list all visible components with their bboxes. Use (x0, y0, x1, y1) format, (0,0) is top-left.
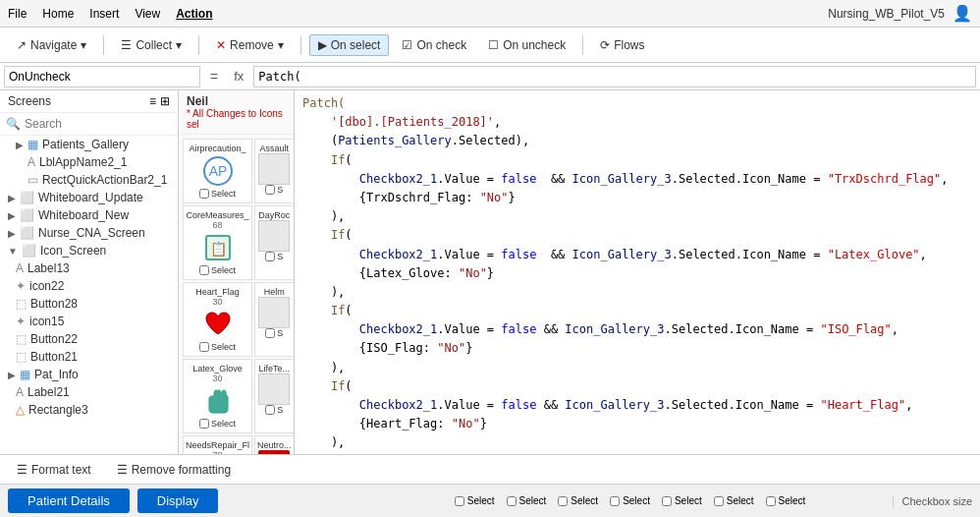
menu-action[interactable]: Action (176, 7, 212, 21)
gallery-item-needsrepair[interactable]: NeedsRepair_Fl 78 Select (183, 435, 252, 454)
footer-checkbox-3: Select (558, 495, 598, 506)
gallery-checkbox-input[interactable] (265, 185, 275, 195)
search-input[interactable] (25, 117, 172, 131)
footer-checkbox-input-1[interactable] (455, 496, 464, 506)
gallery-item-icon: AP (200, 153, 236, 189)
menu-insert[interactable]: Insert (89, 7, 119, 21)
on-select-button[interactable]: ▶ On select (309, 34, 390, 56)
remove-formatting-button[interactable]: ☰ Remove formatting (108, 460, 240, 480)
on-uncheck-button[interactable]: ☐ On uncheck (479, 34, 574, 56)
collect-label: Collect (136, 38, 172, 52)
sidebar-item-icon15[interactable]: ✦ icon15 (0, 313, 178, 330)
on-check-button[interactable]: ☑ On check (393, 34, 475, 56)
gallery-item-coremeasures[interactable]: CoreMeasures_ 68 📋 Select (183, 205, 252, 280)
sidebar-item-whiteboard-new[interactable]: ▶ ⬜ Whiteboard_New (0, 206, 178, 224)
menu-file[interactable]: File (8, 7, 27, 21)
gallery-checkbox-label: S (277, 252, 283, 261)
sidebar-label: Pat_Info (34, 368, 79, 381)
on-check-icon: ☑ (402, 38, 412, 52)
sidebar-item-icon-screen[interactable]: ▼ ⬜ Icon_Screen (0, 242, 178, 259)
sidebar-item-button22[interactable]: ⬚ Button22 (0, 330, 178, 348)
chevron-icon: ▶ (8, 370, 16, 380)
sep4 (582, 35, 583, 55)
sidebar-item-label13[interactable]: A Label13 (0, 259, 178, 277)
gallery-item-count: 30 (213, 297, 223, 307)
gallery-item-heart-flag[interactable]: Heart_Flag 30 Select (183, 282, 252, 357)
menu-home[interactable]: Home (42, 7, 74, 21)
remove-formatting-icon: ☰ (117, 463, 128, 477)
format-text-button[interactable]: ☰ Format text (8, 460, 100, 480)
svg-text:📋: 📋 (209, 241, 227, 258)
display-button[interactable]: Display (137, 488, 219, 513)
on-uncheck-label: On uncheck (503, 38, 566, 52)
sidebar-item-button21[interactable]: ⬚ Button21 (0, 348, 178, 366)
rect-icon: ▭ (27, 173, 38, 187)
icon-icon: ✦ (16, 315, 26, 328)
navigate-button[interactable]: ↗ Navigate ▾ (8, 34, 95, 56)
gallery-checkbox-input[interactable] (265, 252, 275, 261)
gallery-item-count: 68 (213, 220, 223, 230)
gallery-item-name: Assault (260, 144, 290, 153)
patient-details-button[interactable]: Patient Details (8, 488, 130, 513)
rect-icon: △ (16, 403, 25, 417)
gallery-item-lifete[interactable]: LifeTe... S (254, 359, 295, 433)
footer-checkbox-label: Select (571, 495, 598, 506)
gallery-item-dayroc[interactable]: DayRoc S (254, 205, 295, 280)
sidebar-item-pat-info[interactable]: ▶ ▦ Pat_Info (0, 366, 178, 383)
on-select-icon: ▶ (318, 38, 327, 52)
sidebar-item-whiteboard-update[interactable]: ▶ ⬜ Whiteboard_Update (0, 189, 178, 206)
footer-checkbox-label: Select (779, 495, 806, 506)
flows-button[interactable]: ⟳ Flows (591, 34, 653, 56)
gallery-item-airprecaution[interactable]: Airprecaution_ AP Select (183, 139, 252, 203)
gallery-item-latex-glove[interactable]: Latex_Glove 30 Select (183, 359, 252, 433)
app-container: File Home Insert View Action Nursing_WB_… (0, 0, 980, 517)
sidebar-item-patients-gallery[interactable]: ▶ ▦ Patients_Gallery (0, 136, 178, 153)
gallery-checkbox-input[interactable] (199, 265, 209, 275)
gallery-item-assault[interactable]: Assault S (254, 139, 295, 203)
footer-buttons: Patient Details Display (0, 488, 451, 513)
footer-checkbox-input-4[interactable] (610, 496, 620, 506)
sidebar-item-label21[interactable]: A Label21 (0, 383, 178, 401)
grid-view-icon[interactable]: ⊞ (160, 94, 170, 108)
sidebar-item-nurse-cna[interactable]: ▶ ⬜ Nurse_CNA_Screen (0, 224, 178, 242)
sidebar-item-rectquickaction[interactable]: ▭ RectQuickActionBar2_1 (0, 171, 178, 189)
collect-button[interactable]: ☰ Collect ▾ (112, 34, 191, 56)
gallery-checkbox-input[interactable] (265, 328, 275, 338)
footer-checkbox-label: Select (519, 495, 547, 506)
gallery-checkbox-input[interactable] (265, 405, 275, 415)
remove-button[interactable]: ✕ Remove ▾ (207, 34, 293, 56)
sidebar-item-icon22[interactable]: ✦ icon22 (0, 277, 178, 295)
footer-checkbox-input-3[interactable] (558, 496, 568, 506)
sidebar-item-rectangle3[interactable]: △ Rectangle3 (0, 401, 178, 419)
formula-input[interactable] (4, 66, 200, 87)
formula-code-input[interactable] (253, 66, 976, 87)
code-line: {TrxDschrd_Flag: "No"} (302, 189, 972, 207)
gallery-checkbox-input[interactable] (199, 189, 209, 199)
footer-checkbox-4: Select (610, 495, 650, 506)
gallery-icon: ▦ (27, 138, 38, 151)
user-icon[interactable]: 👤 (953, 4, 972, 23)
code-line: {ISO_Flag: "No"} (302, 339, 972, 358)
formula-fx-button[interactable]: fx (228, 69, 249, 84)
sidebar-item-button28[interactable]: ⬚ Button28 (0, 295, 178, 313)
sidebar-label: RectQuickActionBar2_1 (42, 173, 167, 187)
sidebar-item-lblappname[interactable]: A LblAppName2_1 (0, 153, 178, 171)
list-view-icon[interactable]: ≡ (149, 94, 156, 108)
sep2 (198, 35, 199, 55)
gallery-checkbox-heart-flag: Select (199, 342, 236, 352)
footer-checkbox-input-6[interactable] (714, 496, 724, 506)
code-line: Checkbox2_1.Value = false && Icon_Galler… (302, 320, 972, 339)
toolbar: ↗ Navigate ▾ ☰ Collect ▾ ✕ Remove ▾ ▶ On… (0, 28, 980, 63)
menu-view[interactable]: View (135, 7, 160, 21)
gallery-checkbox-input[interactable] (199, 342, 209, 352)
gallery-item-neutro[interactable]: Neutro... S (254, 435, 295, 454)
gallery-checkbox-input[interactable] (199, 419, 209, 429)
gallery-item-helm[interactable]: Helm S (254, 282, 295, 357)
chevron-icon: ▶ (8, 210, 16, 221)
sidebar: Screens ≡ ⊞ 🔍 ▶ ▦ Patients_Gallery A (0, 90, 179, 454)
button-icon: ⬚ (16, 297, 27, 311)
footer-checkbox-input-7[interactable] (766, 496, 776, 506)
footer-checkbox-input-5[interactable] (662, 496, 672, 506)
footer-checkbox-input-2[interactable] (507, 496, 517, 506)
gallery-item-name: Neutro... (257, 440, 292, 450)
